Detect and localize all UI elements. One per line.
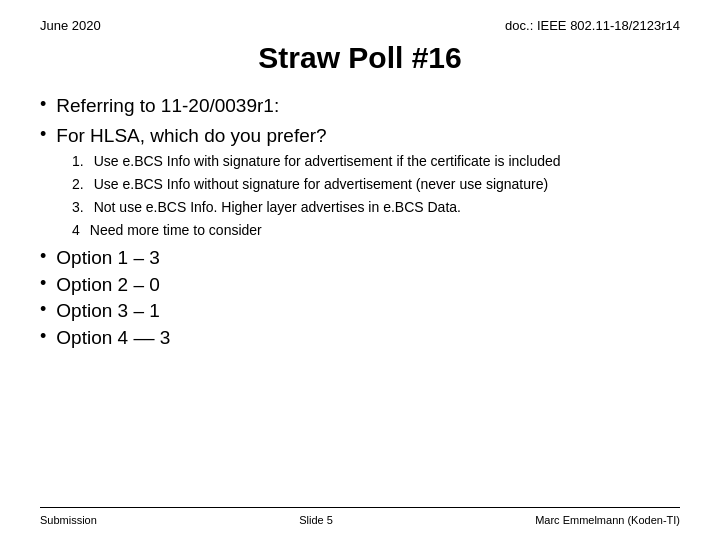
bullet-1-text: Referring to 11-20/0039r1: (56, 93, 279, 119)
sub-bullet-4: 4 Need more time to consider (72, 221, 680, 240)
option-3-bullet-icon: • (40, 299, 46, 320)
sub-bullet-1-num: 1. (72, 152, 84, 171)
sub-bullet-2: 2. Use e.BCS Info without signature for … (72, 175, 680, 194)
sub-bullet-4-text: Need more time to consider (90, 221, 262, 240)
option-3: • Option 3 – 1 (40, 299, 680, 324)
option-4-text: Option 4 –– 3 (56, 326, 170, 351)
footer: Submission Slide 5 Marc Emmelmann (Koden… (40, 507, 680, 526)
footer-left: Submission (40, 514, 97, 526)
slide: June 2020 doc.: IEEE 802.11-18/2123r14 S… (0, 0, 720, 540)
options-section: • Option 1 – 3 • Option 2 – 0 • Option 3… (40, 246, 680, 351)
option-2-text: Option 2 – 0 (56, 273, 160, 298)
option-1: • Option 1 – 3 (40, 246, 680, 271)
footer-right: Marc Emmelmann (Koden-TI) (535, 514, 680, 526)
option-2: • Option 2 – 0 (40, 273, 680, 298)
option-2-bullet-icon: • (40, 273, 46, 294)
sub-bullet-3-num: 3. (72, 198, 84, 217)
sub-bullet-3-text: Not use e.BCS Info. Higher layer adverti… (94, 198, 461, 217)
header-right: doc.: IEEE 802.11-18/2123r14 (505, 18, 680, 33)
sub-bullet-2-num: 2. (72, 175, 84, 194)
footer-center: Slide 5 (299, 514, 333, 526)
option-4-bullet-icon: • (40, 326, 46, 347)
bullet-2: • For HLSA, which do you prefer? (40, 123, 680, 149)
sub-bullets-list: 1. Use e.BCS Info with signature for adv… (72, 152, 680, 240)
sub-bullet-1: 1. Use e.BCS Info with signature for adv… (72, 152, 680, 171)
header: June 2020 doc.: IEEE 802.11-18/2123r14 (40, 18, 680, 33)
sub-bullet-2-text: Use e.BCS Info without signature for adv… (94, 175, 548, 194)
header-left: June 2020 (40, 18, 101, 33)
option-3-text: Option 3 – 1 (56, 299, 160, 324)
sub-bullet-4-num: 4 (72, 221, 80, 240)
bullet-icon-2: • (40, 123, 46, 146)
bullet-2-text: For HLSA, which do you prefer? (56, 123, 326, 149)
sub-bullet-1-text: Use e.BCS Info with signature for advert… (94, 152, 561, 171)
bullet-1: • Referring to 11-20/0039r1: (40, 93, 680, 119)
option-4: • Option 4 –– 3 (40, 326, 680, 351)
content-area: • Referring to 11-20/0039r1: • For HLSA,… (40, 93, 680, 507)
sub-bullet-3: 3. Not use e.BCS Info. Higher layer adve… (72, 198, 680, 217)
slide-title: Straw Poll #16 (40, 41, 680, 75)
option-1-text: Option 1 – 3 (56, 246, 160, 271)
option-1-bullet-icon: • (40, 246, 46, 267)
bullet-icon-1: • (40, 93, 46, 116)
